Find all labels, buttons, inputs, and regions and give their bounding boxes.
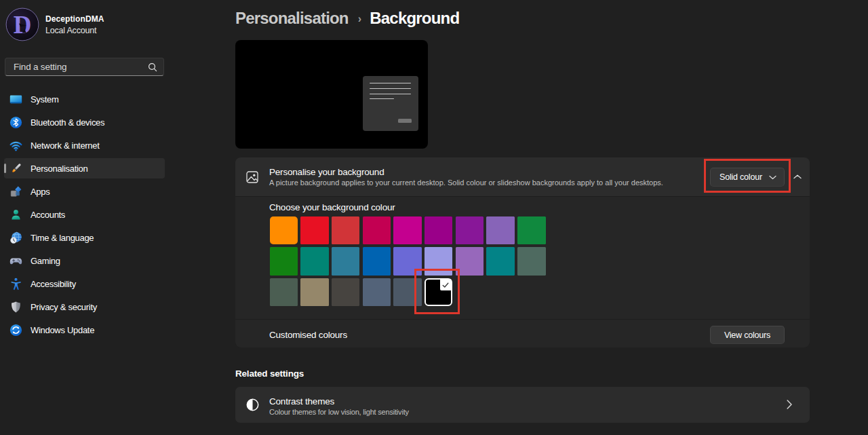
sidebar-item-label: System — [31, 94, 59, 105]
sidebar-item-label: Bluetooth & devices — [31, 117, 104, 128]
accessibility-icon — [9, 278, 22, 290]
colour-swatch-0063b1[interactable] — [363, 247, 391, 276]
customised-colours-label: Customised colours — [269, 330, 710, 340]
accounts-icon — [9, 208, 22, 221]
sidebar-item-label: Accessibility — [31, 279, 76, 289]
image-icon — [246, 171, 258, 183]
swatch-row — [270, 278, 546, 307]
choose-colour-label: Choose your background colour — [269, 202, 395, 212]
expander-collapse-button[interactable] — [785, 157, 810, 197]
sidebar-item-label: Personalisation — [31, 164, 87, 174]
sidebar-item-apps[interactable]: Apps — [4, 181, 165, 202]
avatar: D — [5, 7, 39, 41]
search-icon — [148, 62, 157, 72]
colour-swatch-6b69d6[interactable] — [393, 247, 422, 276]
sidebar-item-privacy-security[interactable]: Privacy & security — [4, 297, 165, 317]
time-language-icon — [9, 231, 22, 244]
colour-swatch-038387[interactable] — [486, 247, 515, 276]
sidebar-item-network-internet[interactable]: Network & internet — [4, 135, 165, 155]
sidebar-item-label: Apps — [31, 187, 50, 197]
colour-swatch-10893e[interactable] — [517, 216, 546, 245]
chevron-up-icon — [793, 174, 802, 179]
colour-swatch-d13438[interactable] — [332, 216, 360, 245]
sidebar-item-label: Network & internet — [31, 140, 100, 151]
colour-swatch-e81123[interactable] — [300, 216, 329, 245]
user-account-type: Local Account — [45, 26, 104, 35]
sidebar: D DeceptionDMA Local Account Find a sett… — [0, 0, 217, 435]
search-placeholder: Find a setting — [14, 62, 148, 72]
breadcrumb-background: Background — [370, 9, 459, 28]
gaming-icon — [9, 254, 22, 267]
sidebar-nav: SystemBluetooth & devicesNetwork & inter… — [4, 89, 165, 343]
colour-swatch-000000[interactable] — [425, 278, 453, 307]
chevron-down-icon — [769, 175, 776, 180]
sidebar-item-bluetooth-devices[interactable]: Bluetooth & devices — [4, 112, 165, 132]
sidebar-item-personalisation[interactable]: Personalisation — [4, 158, 165, 178]
sidebar-item-gaming[interactable]: Gaming — [4, 250, 165, 271]
search-input[interactable]: Find a setting — [5, 58, 164, 76]
colour-swatch-018574[interactable] — [300, 247, 329, 276]
colour-swatch-9768bb[interactable] — [456, 247, 484, 276]
sidebar-item-label: Time & language — [31, 233, 94, 243]
check-icon — [441, 281, 450, 289]
network-icon — [9, 139, 22, 152]
colour-swatch-128212[interactable] — [270, 247, 298, 276]
background-card-description: A picture background applies to your cur… — [269, 178, 710, 187]
system-icon — [9, 93, 22, 106]
sidebar-item-system[interactable]: System — [4, 89, 165, 109]
colour-swatch-8764b8[interactable] — [486, 216, 515, 245]
contrast-icon — [246, 398, 259, 411]
background-card-title: Personalise your background — [269, 167, 710, 177]
windows-update-icon — [9, 324, 22, 337]
background-type-dropdown[interactable]: Solid colour — [710, 168, 785, 187]
colour-swatch-2d7d9a[interactable] — [332, 247, 360, 276]
colour-swatch-grid — [270, 216, 546, 309]
colour-swatch-ff8c00[interactable] — [270, 216, 298, 245]
swatch-row — [270, 247, 546, 276]
colour-swatch-95876a[interactable] — [300, 278, 329, 307]
choose-colour-section: Choose your background colour — [235, 197, 810, 320]
contrast-themes-title: Contrast themes — [269, 396, 787, 406]
bluetooth-icon — [9, 116, 22, 129]
breadcrumb-chevron-icon: › — [358, 13, 361, 25]
contrast-themes-row[interactable]: Contrast themes Colour themes for low vi… — [235, 387, 810, 423]
privacy-icon — [9, 301, 22, 314]
personalisation-icon — [9, 162, 22, 175]
sidebar-item-accessibility[interactable]: Accessibility — [4, 273, 165, 294]
colour-swatch-c30052[interactable] — [363, 216, 391, 245]
colour-swatch-536379[interactable] — [363, 278, 391, 307]
breadcrumb-personalisation[interactable]: Personalisation — [235, 9, 349, 28]
related-settings-heading: Related settings — [235, 368, 304, 379]
colour-swatch-474440[interactable] — [332, 278, 360, 307]
sidebar-item-label: Gaming — [31, 256, 60, 266]
user-name: DeceptionDMA — [45, 14, 104, 24]
dropdown-selected-value: Solid colour — [719, 172, 769, 182]
chevron-right-icon — [787, 400, 792, 409]
preview-window — [363, 76, 418, 131]
preview-window-button — [398, 119, 412, 124]
sidebar-item-time-language[interactable]: Time & language — [4, 227, 165, 248]
colour-swatch-881798[interactable] — [456, 216, 484, 245]
colour-swatch-9b9ae4[interactable] — [425, 247, 453, 276]
customised-colours-row: Customised colours View colours — [235, 320, 810, 347]
contrast-themes-subtitle: Colour themes for low vision, light sens… — [269, 408, 787, 416]
colour-swatch-9a0089[interactable] — [425, 216, 453, 245]
selected-check-badge — [440, 279, 452, 290]
sidebar-item-label: Privacy & security — [31, 302, 97, 312]
colour-swatch-4e6a60[interactable] — [517, 247, 546, 276]
colour-swatch-4b5e52[interactable] — [270, 278, 298, 307]
apps-icon — [9, 185, 22, 198]
background-settings-card: Personalise your background A picture ba… — [235, 157, 810, 347]
user-account[interactable]: D DeceptionDMA Local Account — [5, 7, 104, 41]
sidebar-item-accounts[interactable]: Accounts — [4, 204, 165, 225]
sidebar-item-windows-update[interactable]: Windows Update — [4, 320, 165, 340]
desktop-preview — [235, 40, 428, 149]
personalise-background-row[interactable]: Personalise your background A picture ba… — [235, 157, 810, 197]
sidebar-item-label: Accounts — [31, 210, 65, 220]
colour-swatch-4c5866[interactable] — [393, 278, 422, 307]
view-colours-button[interactable]: View colours — [710, 326, 785, 344]
breadcrumb: Personalisation › Background — [235, 9, 459, 28]
swatch-row — [270, 216, 546, 245]
colour-swatch-c4008f[interactable] — [393, 216, 422, 245]
sidebar-item-label: Windows Update — [31, 325, 94, 335]
